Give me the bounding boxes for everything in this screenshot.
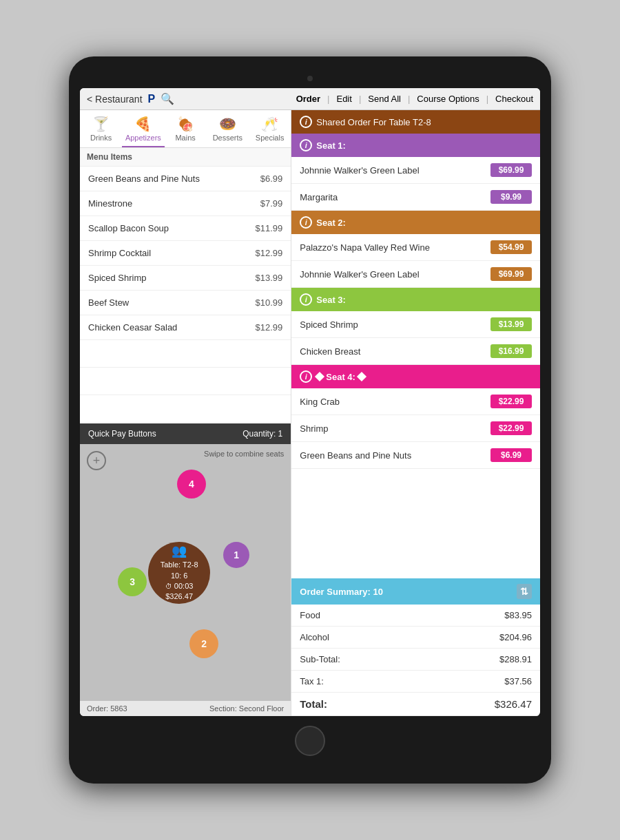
list-item-empty	[80, 368, 291, 395]
tab-appetizers[interactable]: 🍕 Appetizers	[122, 113, 164, 147]
tablet-screen: < Restaurant P 🔍 Order | Edit | Send All…	[80, 88, 540, 716]
menu-section-title: Menu Items	[80, 148, 291, 167]
summary-subtotal-row: Sub-Total: $288.91	[291, 649, 540, 671]
seat-selector-area: Swipe to combine seats + 1 2 3 4	[80, 444, 291, 701]
course-options-button[interactable]: Course Options	[417, 94, 479, 104]
back-button[interactable]: < Restaurant	[87, 94, 143, 105]
tab-desserts[interactable]: 🍩 Desserts	[207, 113, 249, 147]
seat-1-header[interactable]: i Seat 1:	[291, 134, 540, 157]
right-panel: i Shared Order For Table T2-8 i Seat 1: …	[291, 110, 540, 716]
list-item[interactable]: Minestrone $7.99	[80, 191, 291, 216]
desserts-icon: 🍩	[219, 116, 236, 132]
order-item[interactable]: Shrimp $22.99	[291, 415, 540, 442]
summary-tax-row: Tax 1: $37.56	[291, 671, 540, 693]
edit-button[interactable]: Edit	[336, 94, 351, 104]
tablet-camera	[307, 76, 313, 81]
section-label: Section: Second Floor	[209, 704, 284, 713]
list-item[interactable]: Shrimp Cocktail $12.99	[80, 241, 291, 266]
list-item[interactable]: Green Beans and Pine Nuts $6.99	[80, 167, 291, 191]
list-item[interactable]: Chicken Ceasar Salad $12.99	[80, 315, 291, 340]
mains-icon: 🍖	[177, 116, 194, 132]
order-item[interactable]: Palazzo's Napa Valley Red Wine $54.99	[291, 234, 540, 261]
swipe-hint: Swipe to combine seats	[204, 450, 284, 458]
order-summary-header: Order Summary: 10 ⇅	[291, 578, 540, 605]
order-item[interactable]: Chicken Breast $16.99	[291, 338, 540, 365]
info-icon: i	[300, 116, 312, 128]
price-badge: $69.99	[490, 163, 532, 177]
diamond-icon-right	[357, 372, 366, 381]
order-item[interactable]: Johnnie Walker's Green Label $69.99	[291, 261, 540, 288]
seat-1-circle[interactable]: 1	[223, 542, 249, 568]
price-badge: $16.99	[490, 344, 532, 358]
list-item-empty	[80, 340, 291, 368]
order-item[interactable]: Margarita $9.99	[291, 184, 540, 211]
home-button[interactable]	[295, 726, 325, 756]
summary-alcohol-row: Alcohol $204.96	[291, 627, 540, 649]
seat-4-header[interactable]: i Seat 4:	[291, 365, 540, 388]
seat-3-header[interactable]: i Seat 3:	[291, 288, 540, 311]
seat-2-header[interactable]: i Seat 2:	[291, 211, 540, 234]
top-nav-right: Order | Edit | Send All | Course Options…	[296, 94, 533, 104]
bottom-bar-left: Quick Pay Buttons Quantity: 1	[80, 423, 291, 444]
shared-order-header: i Shared Order For Table T2-8	[291, 110, 540, 134]
tablet-device: < Restaurant P 🔍 Order | Edit | Send All…	[69, 56, 551, 784]
price-badge: $22.99	[490, 395, 532, 408]
seat-4-circle[interactable]: 4	[177, 470, 206, 498]
seat-1-info-icon: i	[300, 139, 312, 151]
diamond-icon-left	[315, 372, 324, 381]
checkout-button[interactable]: Checkout	[495, 94, 533, 104]
specials-icon: 🥂	[261, 116, 278, 132]
summary-total-row: Total: $326.47	[291, 693, 540, 716]
quantity-label: Quantity: 1	[242, 429, 282, 439]
summary-food-row: Food $83.95	[291, 605, 540, 627]
order-summary-body: Food $83.95 Alcohol $204.96 Sub-Total: $…	[291, 605, 540, 716]
seat-4-info-icon: i	[300, 370, 312, 383]
list-item[interactable]: Spiced Shrimp $13.99	[80, 266, 291, 291]
seat-3-info-icon: i	[300, 293, 312, 306]
order-tab[interactable]: Order	[296, 94, 320, 104]
left-panel: 🍸 Drinks 🍕 Appetizers 🍖 Mains 🍩 Desserts	[80, 110, 291, 716]
tab-specials[interactable]: 🥂 Specials	[249, 113, 291, 147]
seat-3-circle[interactable]: 3	[118, 567, 147, 596]
search-icon[interactable]: 🔍	[161, 92, 174, 105]
seat-2-info-icon: i	[300, 216, 312, 229]
send-all-button[interactable]: Send All	[368, 94, 401, 104]
seat-2-circle[interactable]: 2	[189, 629, 218, 658]
tab-mains[interactable]: 🍖 Mains	[165, 113, 207, 147]
order-list: i Shared Order For Table T2-8 i Seat 1: …	[291, 110, 540, 578]
order-summary: Order Summary: 10 ⇅ Food $83.95 Alcohol …	[291, 578, 540, 716]
category-tabs: 🍸 Drinks 🍕 Appetizers 🍖 Mains 🍩 Desserts	[80, 110, 291, 148]
price-badge: $69.99	[490, 267, 532, 281]
tab-drinks[interactable]: 🍸 Drinks	[80, 113, 122, 147]
content-area: 🍸 Drinks 🍕 Appetizers 🍖 Mains 🍩 Desserts	[80, 110, 540, 716]
price-badge: $9.99	[490, 190, 532, 204]
bottom-status-bar: Order: 5863 Section: Second Floor	[80, 701, 291, 716]
drinks-icon: 🍸	[92, 116, 110, 132]
order-item[interactable]: Spiced Shrimp $13.99	[291, 311, 540, 338]
order-item[interactable]: King Crab $22.99	[291, 388, 540, 415]
list-item[interactable]: Beef Stew $10.99	[80, 291, 291, 315]
list-item[interactable]: Scallop Bacon Soup $11.99	[80, 216, 291, 241]
sort-icon[interactable]: ⇅	[517, 584, 532, 599]
list-item-empty	[80, 395, 291, 423]
order-item[interactable]: Johnnie Walker's Green Label $69.99	[291, 157, 540, 184]
order-number: Order: 5863	[87, 704, 127, 713]
quick-pay-label: Quick Pay Buttons	[88, 429, 156, 439]
spacer	[291, 469, 540, 483]
table-indicator[interactable]: 👥 Table: T2-8 10: 6 ⏱ 00:03 $326.47	[148, 542, 210, 604]
appetizers-icon: 🍕	[134, 116, 152, 132]
price-badge: $22.99	[490, 421, 532, 435]
add-seat-button[interactable]: +	[87, 451, 106, 470]
price-badge: $6.99	[490, 448, 532, 462]
paypal-icon: P	[148, 93, 156, 105]
menu-items-list: Green Beans and Pine Nuts $6.99 Minestro…	[80, 167, 291, 423]
order-item[interactable]: Green Beans and Pine Nuts $6.99	[291, 442, 540, 469]
top-nav: < Restaurant P 🔍 Order | Edit | Send All…	[80, 88, 540, 110]
price-badge: $54.99	[490, 240, 532, 254]
price-badge: $13.99	[490, 317, 532, 331]
